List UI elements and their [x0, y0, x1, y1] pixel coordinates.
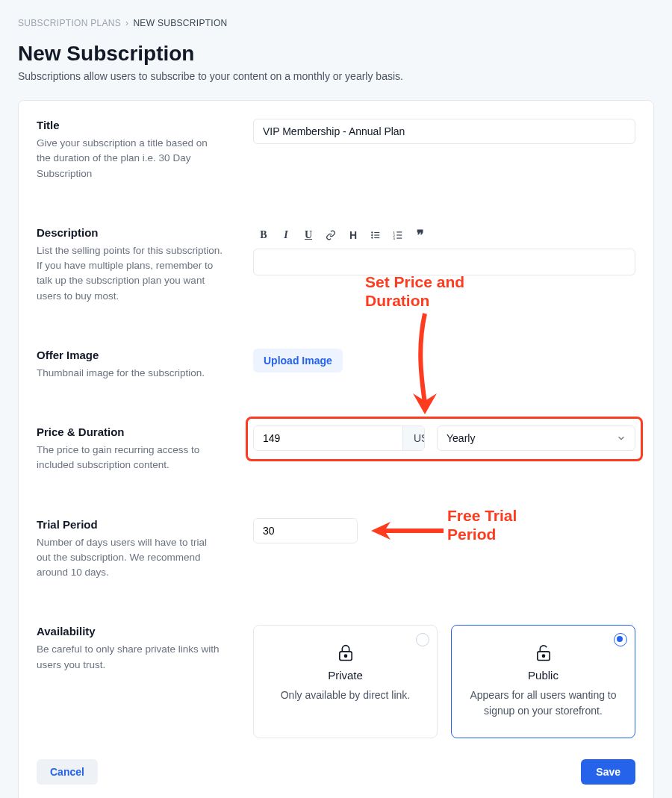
availability-help: Be careful to only share private links w… [37, 642, 223, 673]
availability-option-public[interactable]: Public Appears for all users wanting to … [451, 625, 635, 738]
chevron-right-icon: › [125, 18, 128, 28]
bullet-list-icon[interactable] [370, 229, 382, 241]
form-card: Title Give your subscription a title bas… [18, 100, 654, 798]
duration-select[interactable] [437, 426, 635, 451]
annotation-trial: Free TrialPeriod [447, 506, 517, 543]
description-editor[interactable] [253, 249, 635, 275]
page-description: Subscriptions allow users to subscribe t… [18, 70, 654, 82]
annotation-trial-arrow-icon [365, 520, 447, 542]
breadcrumb: SUBSCRIPTION PLANS › NEW SUBSCRIPTION [18, 18, 654, 28]
svg-point-13 [344, 655, 346, 657]
svg-rect-9 [396, 234, 402, 235]
offer-image-help: Thumbnail image for the subscription. [37, 366, 223, 381]
page-title: New Subscription [18, 42, 654, 66]
cancel-button[interactable]: Cancel [37, 759, 98, 785]
availability-option-private[interactable]: Private Only available by direct link. [253, 625, 438, 738]
availability-private-title: Private [267, 669, 423, 682]
availability-private-desc: Only available by direct link. [267, 688, 423, 702]
link-icon[interactable] [325, 229, 337, 241]
title-input[interactable] [253, 119, 635, 144]
svg-rect-1 [374, 232, 379, 233]
breadcrumb-current: NEW SUBSCRIPTION [133, 18, 227, 28]
svg-point-15 [542, 655, 544, 657]
currency-label: USD [402, 426, 425, 450]
svg-rect-11 [396, 237, 402, 238]
svg-text:3: 3 [393, 237, 396, 240]
description-label: Description [37, 226, 223, 239]
price-input[interactable] [254, 426, 402, 450]
title-label: Title [37, 119, 223, 131]
svg-point-4 [371, 237, 373, 238]
breadcrumb-parent[interactable]: SUBSCRIPTION PLANS [18, 18, 121, 28]
lock-open-icon [465, 642, 621, 663]
lock-closed-icon [267, 642, 423, 663]
bold-icon[interactable]: B [258, 229, 270, 241]
trial-label: Trial Period [37, 518, 223, 531]
editor-toolbar: B I U H 123 ❞ [253, 226, 635, 249]
quote-icon[interactable]: ❞ [414, 229, 426, 241]
availability-public-title: Public [465, 669, 621, 682]
radio-indicator [614, 633, 627, 646]
price-duration-label: Price & Duration [37, 426, 223, 438]
numbered-list-icon[interactable]: 123 [392, 229, 404, 241]
svg-point-0 [371, 231, 373, 233]
radio-indicator [416, 633, 429, 646]
svg-rect-7 [396, 231, 402, 232]
offer-image-label: Offer Image [37, 349, 223, 361]
heading-icon[interactable]: H [347, 229, 359, 241]
title-help: Give your subscription a title based on … [37, 136, 223, 181]
underline-icon[interactable]: U [302, 229, 314, 241]
svg-rect-5 [374, 237, 379, 238]
svg-rect-3 [374, 234, 379, 235]
availability-public-desc: Appears for all users wanting to signup … [465, 688, 621, 718]
svg-point-2 [371, 234, 373, 236]
trial-help: Number of days users will have to trial … [37, 535, 223, 581]
upload-image-button[interactable]: Upload Image [253, 349, 343, 372]
price-duration-help: The price to gain recurring access to in… [37, 443, 223, 473]
annotation-price: Set Price andDuration [365, 272, 464, 310]
description-help: List the selling points for this subscri… [37, 243, 223, 304]
save-button[interactable]: Save [581, 759, 635, 785]
trial-days-input[interactable] [254, 519, 358, 543]
italic-icon[interactable]: I [280, 229, 292, 241]
availability-label: Availability [37, 625, 223, 638]
